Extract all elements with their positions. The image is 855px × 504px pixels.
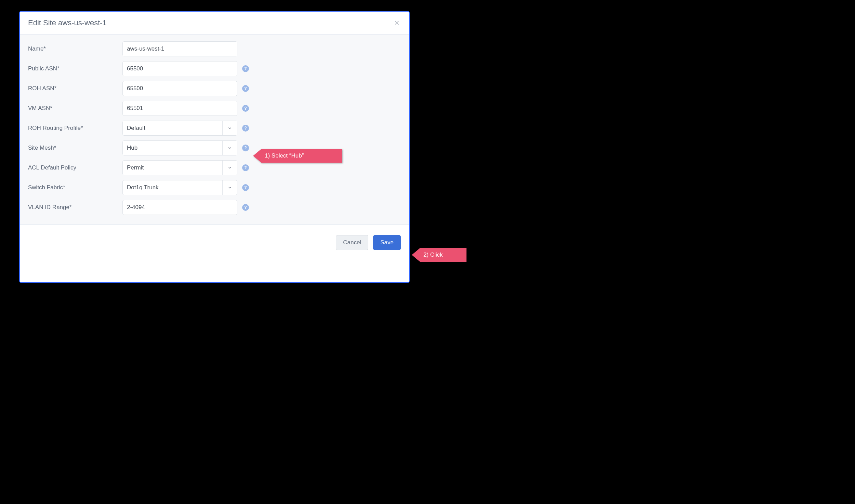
label-acl-policy: ACL Default Policy (28, 164, 122, 171)
close-icon (394, 20, 400, 26)
modal-footer: Cancel Save (20, 225, 409, 260)
acl-policy-value: Permit (127, 164, 222, 171)
label-vm-asn: VM ASN* (28, 105, 122, 112)
label-vlan-range: VLAN ID Range* (28, 204, 122, 211)
help-icon[interactable]: ? (242, 85, 249, 92)
edit-site-modal: Edit Site aws-us-west-1 Name* Public ASN… (19, 11, 410, 283)
modal-title: Edit Site aws-us-west-1 (28, 18, 107, 27)
arrow-left-icon (412, 248, 420, 262)
row-roh-profile: ROH Routing Profile* Default ? (28, 121, 401, 136)
row-vlan-range: VLAN ID Range* ? (28, 200, 401, 215)
roh-profile-select[interactable]: Default (122, 121, 237, 136)
label-site-mesh: Site Mesh* (28, 145, 122, 151)
acl-policy-select[interactable]: Permit (122, 160, 237, 175)
help-icon[interactable]: ? (242, 184, 249, 191)
save-button[interactable]: Save (373, 235, 401, 250)
chevron-down-icon (222, 180, 237, 195)
row-acl-policy: ACL Default Policy Permit ? (28, 160, 401, 175)
label-name: Name* (28, 45, 122, 52)
roh-asn-input[interactable] (122, 81, 237, 96)
label-switch-fabric: Switch Fabric* (28, 184, 122, 191)
modal-body: Name* Public ASN* ? ROH ASN* ? VM ASN* ? (20, 35, 409, 225)
help-icon[interactable]: ? (242, 125, 249, 132)
help-icon[interactable]: ? (242, 145, 249, 151)
help-icon[interactable]: ? (242, 65, 249, 72)
row-switch-fabric: Switch Fabric* Dot1q Trunk ? (28, 180, 401, 195)
row-public-asn: Public ASN* ? (28, 61, 401, 76)
vm-asn-input[interactable] (122, 101, 237, 116)
name-input[interactable] (122, 41, 237, 56)
vlan-range-input[interactable] (122, 200, 237, 215)
row-site-mesh: Site Mesh* Hub ? (28, 140, 401, 155)
switch-fabric-select[interactable]: Dot1q Trunk (122, 180, 237, 195)
label-roh-asn: ROH ASN* (28, 85, 122, 92)
annotation-click-save: 2) Click (412, 248, 466, 262)
label-roh-profile: ROH Routing Profile* (28, 125, 122, 132)
row-vm-asn: VM ASN* ? (28, 101, 401, 116)
site-mesh-value: Hub (127, 145, 222, 151)
public-asn-input[interactable] (122, 61, 237, 76)
annotation-select-hub: 1) Select “Hub” (253, 149, 342, 163)
row-name: Name* (28, 41, 401, 56)
help-icon[interactable]: ? (242, 105, 249, 112)
switch-fabric-value: Dot1q Trunk (127, 184, 222, 191)
roh-profile-value: Default (127, 125, 222, 132)
close-button[interactable] (393, 19, 401, 27)
arrow-left-icon (253, 149, 261, 163)
help-icon[interactable]: ? (242, 204, 249, 211)
chevron-down-icon (222, 121, 237, 135)
annotation-text: 1) Select “Hub” (261, 149, 342, 163)
modal-header: Edit Site aws-us-west-1 (20, 12, 409, 35)
chevron-down-icon (222, 141, 237, 155)
chevron-down-icon (222, 161, 237, 175)
label-public-asn: Public ASN* (28, 65, 122, 72)
site-mesh-select[interactable]: Hub (122, 140, 237, 155)
cancel-button[interactable]: Cancel (336, 235, 368, 250)
help-icon[interactable]: ? (242, 164, 249, 171)
row-roh-asn: ROH ASN* ? (28, 81, 401, 96)
annotation-text: 2) Click (420, 248, 466, 262)
